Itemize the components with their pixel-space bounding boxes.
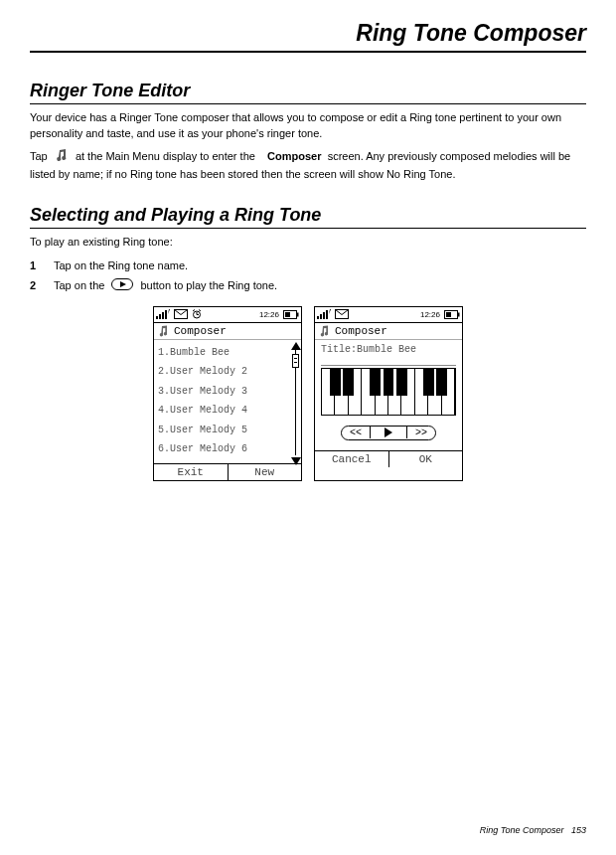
p2-before: Tap (30, 150, 48, 162)
step-1: 1 Tap on the Ring tone name. (30, 256, 586, 275)
list-item[interactable]: 5.User Melody 5 (158, 421, 297, 440)
play-icon (385, 428, 392, 437)
section2-title: Selecting and Playing a Ring Tone (30, 205, 586, 229)
battery-icon (283, 310, 299, 319)
footer-page: 153 (571, 825, 586, 835)
exit-button[interactable]: Exit (154, 464, 229, 480)
mail-icon (174, 309, 188, 319)
scrollbar[interactable] (291, 340, 301, 463)
alarm-icon (192, 309, 202, 319)
status-time-left: 12:26 (259, 310, 279, 319)
svg-rect-18 (317, 316, 319, 319)
titlebar-left: Composer (154, 323, 301, 340)
new-button[interactable]: New (229, 464, 302, 480)
step2-before: Tap on the (54, 279, 104, 291)
svg-rect-20 (323, 312, 325, 319)
svg-rect-15 (285, 312, 290, 317)
screens-row: 12:26 Composer 1.Bumble Bee 2.User Melod… (30, 306, 586, 481)
signal-icon (317, 309, 331, 319)
svg-rect-3 (159, 314, 161, 319)
step2-after: button to play the Ring tone. (141, 279, 278, 291)
page-footer: Ring Tone Composer 153 (480, 825, 586, 835)
battery-icon (444, 310, 460, 319)
list-item[interactable]: 3.User Melody 3 (158, 382, 297, 402)
softkeys-right: Cancel OK (315, 450, 462, 467)
music-note-small-icon (319, 325, 331, 337)
p2-composer-word: Composer (267, 150, 321, 162)
statusbar-right: 12:26 (315, 307, 462, 323)
section1-p2: Tap at the Main Menu display to enter th… (30, 148, 586, 183)
svg-marker-17 (291, 457, 301, 465)
scroll-thumb[interactable] (292, 354, 299, 368)
play-button[interactable] (370, 427, 407, 438)
step2-num: 2 (30, 276, 40, 295)
play-button-icon (111, 277, 133, 296)
scroll-up-icon[interactable] (291, 340, 301, 348)
cancel-button[interactable]: Cancel (315, 451, 389, 467)
phone-editor: 12:26 Composer Title:Bumble Bee (314, 306, 463, 481)
section-ringer-editor: Ringer Tone Editor Your device has a Rin… (30, 81, 586, 183)
step1-num: 1 (30, 256, 40, 275)
editor-area: Title:Bumble Bee << (315, 340, 462, 450)
status-time-right: 12:26 (420, 310, 440, 319)
step1-text: Tap on the Ring tone name. (54, 256, 188, 275)
svg-rect-26 (446, 312, 451, 317)
chapter-title: Ring Tone Composer (30, 20, 586, 53)
svg-line-12 (199, 310, 201, 312)
svg-line-11 (193, 310, 195, 312)
app-title-left: Composer (174, 325, 227, 337)
list-item[interactable]: 2.User Melody 2 (158, 362, 297, 382)
step2-text: Tap on the button to play the Ring tone. (54, 276, 277, 295)
p2-mid: at the Main Menu display to enter the (76, 150, 255, 162)
music-note-icon (55, 148, 69, 167)
svg-rect-5 (165, 310, 167, 319)
scroll-down-icon[interactable] (291, 455, 301, 463)
piano-keyboard[interactable] (321, 368, 456, 416)
svg-rect-2 (156, 316, 158, 319)
softkeys-left: Exit New (154, 463, 301, 480)
svg-rect-19 (320, 314, 322, 319)
svg-rect-25 (458, 312, 460, 316)
section1-p1: Your device has a Ringer Tone composer t… (30, 110, 586, 142)
app-title-right: Composer (335, 325, 387, 337)
titlebar-right: Composer (315, 323, 462, 340)
svg-rect-4 (162, 312, 164, 319)
list-item[interactable]: 6.User Melody 6 (158, 439, 297, 459)
svg-rect-14 (297, 312, 299, 316)
ok-button[interactable]: OK (389, 451, 463, 467)
next-button[interactable]: >> (407, 427, 435, 439)
prev-button[interactable]: << (342, 427, 370, 439)
svg-marker-6 (168, 309, 170, 314)
phone-list: 12:26 Composer 1.Bumble Bee 2.User Melod… (153, 306, 302, 481)
melody-title: Title:Bumble Bee (321, 344, 456, 366)
step-2: 2 Tap on the button to play the Ring ton… (30, 276, 586, 295)
list-item[interactable]: 4.User Melody 4 (158, 401, 297, 421)
list-item[interactable]: 1.Bumble Bee (158, 343, 297, 363)
section1-title: Ringer Tone Editor (30, 81, 586, 104)
melody-list: 1.Bumble Bee 2.User Melody 2 3.User Melo… (154, 340, 301, 463)
steps-list: 1 Tap on the Ring tone name. 2 Tap on th… (30, 256, 586, 296)
mail-icon (335, 309, 349, 319)
svg-marker-22 (329, 309, 331, 314)
signal-icon (156, 309, 170, 319)
statusbar-left: 12:26 (154, 307, 301, 323)
section-selecting: Selecting and Playing a Ring Tone To pla… (30, 205, 586, 481)
transport-controls: << >> (321, 426, 456, 440)
music-note-small-icon (158, 325, 170, 337)
svg-rect-21 (326, 310, 328, 319)
svg-marker-16 (291, 342, 301, 350)
section2-intro: To play an existing Ring tone: (30, 235, 586, 251)
footer-label: Ring Tone Composer (480, 825, 564, 835)
